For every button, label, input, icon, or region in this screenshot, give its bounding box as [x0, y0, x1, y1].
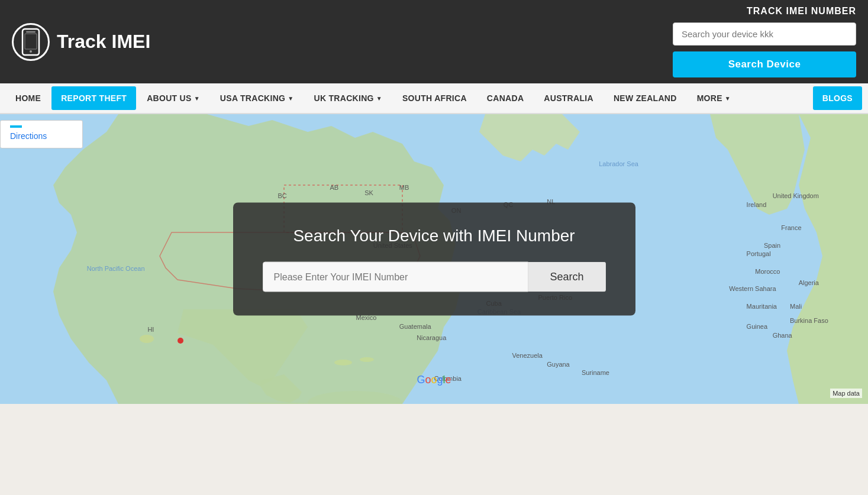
nav-item-report-theft[interactable]: REPORT THEFT — [51, 86, 136, 110]
svg-point-2 — [30, 50, 32, 53]
search-overlay-button[interactable]: Search — [528, 262, 605, 292]
chevron-down-icon: ▼ — [194, 95, 200, 102]
nav-item-uk-tracking[interactable]: UK TRACKING ▼ — [304, 86, 392, 110]
nav-item-canada[interactable]: CANADA — [477, 86, 533, 110]
nav-item-about-us[interactable]: ABOUT US ▼ — [137, 86, 209, 110]
chevron-down-icon: ▼ — [725, 95, 731, 102]
track-imei-label: TRACK IMEI NUMBER — [747, 6, 856, 17]
header-right: TRACK IMEI NUMBER Search Device — [673, 6, 856, 77]
nav-item-more[interactable]: MORE ▼ — [688, 86, 740, 110]
header: Track IMEI TRACK IMEI NUMBER Search Devi… — [0, 0, 868, 83]
svg-rect-1 — [26, 31, 36, 33]
svg-point-6 — [360, 357, 374, 362]
svg-point-5 — [334, 360, 352, 365]
nav-item-home[interactable]: HOME — [6, 86, 50, 110]
logo-text: Track IMEI — [57, 31, 150, 53]
logo-area: Track IMEI — [12, 23, 150, 61]
map-data-label: Map data — [830, 389, 862, 398]
nav-item-usa-tracking[interactable]: USA TRACKING ▼ — [211, 86, 304, 110]
search-overlay: Search Your Device with IMEI Number Sear… — [233, 203, 635, 316]
svg-point-9 — [178, 338, 183, 344]
search-overlay-title: Search Your Device with IMEI Number — [293, 227, 575, 245]
nav-bar: HOME REPORT THEFT ABOUT US ▼ USA TRACKIN… — [0, 83, 868, 114]
map-container: Directions Labrador SeaABBCMBSKNLONQCUni… — [0, 114, 868, 404]
svg-point-8 — [140, 335, 154, 343]
nav-item-blogs[interactable]: BLOGS — [813, 86, 862, 110]
chevron-down-icon: ▼ — [288, 95, 293, 102]
directions-label: Directions — [10, 131, 47, 141]
search-device-input[interactable] — [673, 22, 856, 46]
nav-item-australia[interactable]: AUSTRALIA — [534, 86, 603, 110]
nav-item-south-africa[interactable]: SOUTH AFRICA — [393, 86, 476, 110]
search-overlay-form: Search — [263, 262, 606, 292]
footer-area — [0, 404, 868, 457]
svg-rect-3 — [25, 34, 37, 49]
search-overlay-input[interactable] — [263, 262, 529, 292]
logo-icon — [12, 23, 50, 61]
nav-item-new-zealand[interactable]: NEW ZEALAND — [604, 86, 686, 110]
directions-popup[interactable]: Directions — [0, 120, 83, 148]
search-device-button[interactable]: Search Device — [673, 51, 856, 77]
chevron-down-icon: ▼ — [376, 95, 382, 102]
google-logo: Google — [417, 374, 451, 386]
